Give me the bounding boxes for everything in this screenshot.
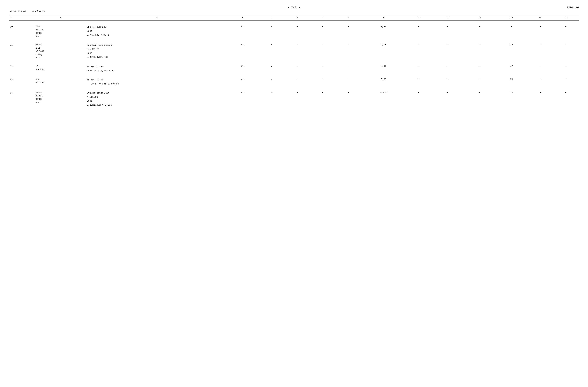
- row-price-31: 4,08: [361, 43, 406, 60]
- spacer-row-1: [9, 39, 579, 43]
- row-unit-31: шт.: [227, 43, 259, 60]
- row-col6-31: –: [284, 43, 310, 60]
- col-header-15: I5: [553, 15, 579, 20]
- row-num-30: 30: [9, 25, 35, 39]
- row-unit-34: шт.: [227, 91, 259, 107]
- row-ref-31: 24-05д-22пI-I467ССРСЦо.ч.: [35, 43, 86, 60]
- doc-number: 23984-10: [567, 6, 579, 9]
- row-result-31: I2: [495, 43, 527, 60]
- page-header: - I43 - 23984-10: [9, 6, 579, 9]
- col-header-6: 6: [284, 15, 310, 20]
- row-price-34: 0,236: [361, 91, 406, 107]
- row-col15-33: –: [553, 78, 579, 86]
- row-col12-34: –: [463, 91, 495, 107]
- row-ref-32: –"–пI-I468: [35, 64, 86, 73]
- row-desc-31: Коробки соединитель-ные КС-IOцена:3,80хI…: [86, 43, 227, 60]
- row-col12-30: –: [463, 25, 495, 39]
- row-col14-30: –: [527, 25, 553, 39]
- row-desc-33: То же, КС-40 цена: 9,0хI,073=9,66: [86, 78, 227, 86]
- row-col6-30: –: [284, 25, 310, 39]
- row-col11-30: –: [432, 25, 463, 39]
- row-col10-30: –: [406, 25, 432, 39]
- row-qty-33: 4: [259, 78, 284, 86]
- row-unit-33: шт.: [227, 78, 259, 86]
- table-row: 30 I6-02п5-II4ССРСЦо.ч. Звонок ЗВП-220це…: [9, 25, 579, 39]
- row-col10-31: –: [406, 43, 432, 60]
- col-header-5: 5: [259, 15, 284, 20]
- col-header-10: IO: [406, 15, 432, 20]
- column-headers: I 2 3 4 5 6 7 8 9 IO II I2 I3 I4 I5: [9, 15, 579, 20]
- row-result-33: 39: [495, 78, 527, 86]
- row-col7-30: –: [310, 25, 336, 39]
- album-label: Альбом IO: [32, 10, 45, 13]
- row-col7-34: –: [310, 91, 336, 107]
- row-col14-31: –: [527, 43, 553, 60]
- col-header-4: 4: [227, 15, 259, 20]
- row-num-34: 34: [9, 91, 35, 107]
- row-col14-34: –: [527, 91, 553, 107]
- row-desc-30: Звонок ЗВП-220цена:8,7хI,082 = 9,4I: [86, 25, 227, 39]
- row-col15-34: –: [553, 91, 579, 107]
- row-desc-32: То же, КС-20цена: 5,6хI,073=6,0I: [86, 64, 227, 73]
- row-qty-34: 50: [259, 91, 284, 107]
- row-col11-32: –: [432, 64, 463, 73]
- row-col14-33: –: [527, 78, 553, 86]
- row-col8-30: –: [336, 25, 361, 39]
- row-col14-32: –: [527, 64, 553, 73]
- sub-header: 902-2-473.89 Альбом IO: [9, 10, 579, 13]
- row-col15-32: –: [553, 64, 579, 73]
- spacer-row-0: [9, 20, 579, 25]
- table-row: 34 24-05пI-86IССРСЦо.ч. Стойка кабельная…: [9, 91, 579, 107]
- row-col8-31: –: [336, 43, 361, 60]
- row-num-33: 33: [9, 78, 35, 86]
- row-col7-32: –: [310, 64, 336, 73]
- row-col6-33: –: [284, 78, 310, 86]
- main-table: I 2 3 4 5 6 7 8 9 IO II I2 I3 I4 I5 30 I…: [9, 15, 579, 107]
- row-col10-32: –: [406, 64, 432, 73]
- table-row: 32 –"–пI-I468 То же, КС-20цена: 5,6хI,07…: [9, 64, 579, 73]
- row-ref-34: 24-05пI-86IССРСЦо.ч.: [35, 91, 86, 107]
- row-col12-31: –: [463, 43, 495, 60]
- spacer-row-4: [9, 86, 579, 91]
- row-qty-31: 3: [259, 43, 284, 60]
- row-desc-34: Стойка кабельнаяК-II50УЗцена:0,22хI,072 …: [86, 91, 227, 107]
- row-ref-33: –"–пI-I469: [35, 78, 86, 86]
- row-col11-31: –: [432, 43, 463, 60]
- table-row: 3I 24-05д-22пI-I467ССРСЦо.ч. Коробки сое…: [9, 43, 579, 60]
- col-header-1: I: [9, 15, 35, 20]
- row-col6-34: –: [284, 91, 310, 107]
- col-header-12: I2: [463, 15, 495, 20]
- row-col12-33: –: [463, 78, 495, 86]
- row-col8-33: –: [336, 78, 361, 86]
- row-unit-32: шт.: [227, 64, 259, 73]
- row-col11-33: –: [432, 78, 463, 86]
- row-price-33: 9,66: [361, 78, 406, 86]
- col-header-7: 7: [310, 15, 336, 20]
- page-number: - I43 -: [288, 6, 300, 9]
- row-qty-32: 7: [259, 64, 284, 73]
- row-price-32: 6,0I: [361, 64, 406, 73]
- table-row: 33 –"–пI-I469 То же, КС-40 цена: 9,0хI,0…: [9, 78, 579, 86]
- spacer-row-3: [9, 73, 579, 78]
- row-result-30: 9: [495, 25, 527, 39]
- col-header-2: 2: [35, 15, 86, 20]
- row-col12-32: –: [463, 64, 495, 73]
- row-col8-32: –: [336, 64, 361, 73]
- col-header-8: 8: [336, 15, 361, 20]
- row-col8-34: –: [336, 91, 361, 107]
- row-col11-34: –: [432, 91, 463, 107]
- row-ref-30: I6-02п5-II4ССРСЦо.ч.: [35, 25, 86, 39]
- col-header-13: I3: [495, 15, 527, 20]
- spacer-row-2: [9, 60, 579, 64]
- row-col7-33: –: [310, 78, 336, 86]
- doc-ref: 902-2-473.89: [9, 10, 26, 13]
- col-header-11: II: [432, 15, 463, 20]
- row-price-30: 9,4I: [361, 25, 406, 39]
- row-unit-30: шт.: [227, 25, 259, 39]
- col-header-14: I4: [527, 15, 553, 20]
- row-result-32: 42: [495, 64, 527, 73]
- col-header-9: 9: [361, 15, 406, 20]
- row-col10-33: –: [406, 78, 432, 86]
- col-header-3: 3: [86, 15, 227, 20]
- row-num-31: 3I: [9, 43, 35, 60]
